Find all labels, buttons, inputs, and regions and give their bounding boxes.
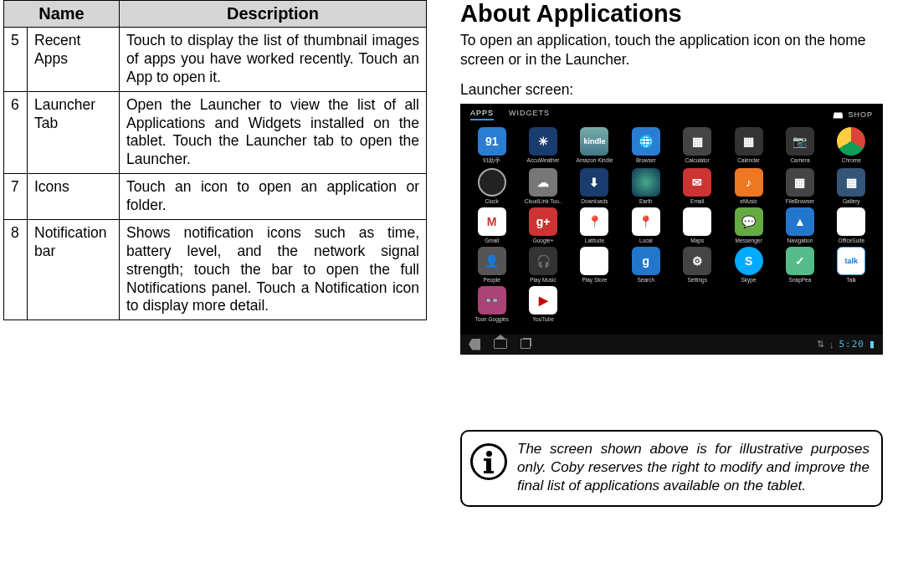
app-icon: 91 (478, 127, 506, 156)
app-label: Calculator (685, 157, 710, 163)
app-label: Chrome (842, 157, 861, 163)
app-item[interactable]: ▦FileBrowser (775, 168, 824, 204)
app-label: 91助手 (483, 157, 500, 165)
app-item[interactable]: gSearch (621, 247, 670, 283)
app-label: Gallery (843, 198, 860, 204)
app-item[interactable]: ▲Navigation (775, 207, 824, 243)
shop-icon (833, 110, 843, 119)
app-icon: ▲ (786, 207, 814, 236)
app-item[interactable]: ▶Play Store (570, 247, 619, 283)
app-item[interactable]: g+Google+ (518, 207, 567, 243)
app-icon: S (735, 247, 763, 275)
app-item[interactable]: ♪eMusic (724, 168, 773, 204)
app-label: Camera (790, 157, 809, 163)
home-icon[interactable] (494, 339, 507, 349)
col-desc-header: Description (120, 1, 427, 28)
recent-icon[interactable] (521, 339, 531, 349)
app-icon: 👤 (478, 247, 506, 275)
app-label: Settings (687, 277, 707, 283)
app-item[interactable]: SSkype (724, 247, 773, 283)
app-item[interactable]: 9191助手 (467, 127, 516, 165)
app-icon: ☁ (529, 168, 557, 197)
row-desc: Open the Launcher to view the list of al… (120, 91, 427, 174)
info-icon (470, 443, 507, 480)
subhead-text: Launcher screen: (460, 81, 905, 99)
app-label: Skype (741, 277, 757, 283)
note-box: The screen shown above is for illustrati… (460, 430, 883, 507)
app-icon (632, 168, 660, 197)
app-item[interactable]: ▶YouTube (518, 286, 567, 322)
app-label: Calendar (737, 157, 759, 163)
app-label: Amazon Kindle (577, 157, 613, 163)
app-label: Earth (639, 198, 653, 204)
app-item[interactable]: 🗺Maps (673, 207, 722, 243)
app-label: Browser (636, 157, 656, 163)
app-label: People (484, 277, 500, 283)
app-item[interactable]: ☀AccuWeather (518, 127, 567, 165)
app-item[interactable]: kindleAmazon Kindle (570, 127, 619, 165)
app-item[interactable]: ▦Calculator (673, 127, 722, 165)
app-item[interactable]: 🎧Play Music (518, 247, 567, 283)
shop-button[interactable]: SHOP (833, 110, 873, 119)
app-icon: ✉ (683, 168, 711, 197)
app-icon: ▦ (735, 127, 763, 156)
note-text: The screen shown above is for illustrati… (517, 440, 869, 495)
app-item[interactable]: ▦Gallery (827, 168, 876, 204)
app-item[interactable]: ▥OfficeSuite (827, 207, 876, 243)
shop-label: SHOP (848, 110, 873, 119)
app-item[interactable]: 👤People (467, 247, 516, 283)
tab-widgets[interactable]: WIDGETS (509, 109, 550, 120)
system-navbar: ⇅ ↓ 5:20 ▮ (460, 335, 883, 355)
back-icon[interactable] (469, 339, 480, 350)
app-item[interactable]: ☁CloudLink Too.. (518, 168, 567, 204)
row-num: 6 (4, 91, 28, 174)
app-item[interactable]: Clock (467, 168, 516, 204)
row-num: 8 (4, 219, 28, 320)
app-item[interactable]: 📍Local (621, 207, 670, 243)
app-label: Maps (690, 238, 704, 243)
app-icon: 📷 (786, 127, 814, 156)
row-desc: Shows notification icons such as time, b… (120, 219, 427, 320)
app-label: Play Store (582, 277, 607, 283)
app-label: Search (638, 277, 655, 283)
app-icon: 📍 (632, 207, 660, 236)
app-item[interactable]: 💬Messenger (724, 207, 773, 243)
app-label: SnapPea (789, 277, 812, 283)
table-row: 8 Notification bar Shows notification ic… (4, 219, 427, 320)
app-label: eMusic (740, 198, 757, 204)
app-item[interactable]: talkTalk (827, 247, 876, 283)
row-desc: Touch an icon to open an application or … (120, 174, 427, 220)
app-item[interactable]: 📍Latitude (570, 207, 619, 243)
app-icon (478, 168, 506, 197)
download-icon: ↓ (829, 340, 834, 350)
app-label: OfficeSuite (838, 238, 864, 243)
row-num: 5 (4, 28, 28, 92)
app-item[interactable]: ⬇Downloads (570, 168, 619, 204)
app-grid: 9191助手☀AccuWeatherkindleAmazon Kindle🌐Br… (460, 124, 883, 322)
row-name: Notification bar (28, 219, 120, 320)
app-icon: g+ (529, 207, 557, 236)
app-item[interactable]: ▦Calendar (724, 127, 773, 165)
tab-apps[interactable]: APPS (470, 109, 494, 120)
app-item[interactable]: Chrome (827, 127, 876, 165)
clock-text: 5:20 (839, 339, 865, 350)
app-icon: ▥ (837, 207, 865, 236)
row-name: Launcher Tab (28, 91, 120, 174)
app-label: Navigation (787, 238, 813, 243)
app-item[interactable]: ✓SnapPea (775, 247, 824, 283)
app-item[interactable]: 👓Toon Goggles (467, 286, 516, 322)
app-label: YouTube (532, 316, 554, 322)
page-title: About Applications (460, 0, 905, 28)
app-label: CloudLink Too.. (525, 198, 562, 204)
app-item[interactable]: 🌐Browser (621, 127, 670, 165)
app-item[interactable]: 📷Camera (775, 127, 824, 165)
app-item[interactable]: ⚙Settings (673, 247, 722, 283)
row-desc: Touch to display the list of thumbnail i… (120, 28, 427, 92)
app-icon: ▦ (786, 168, 814, 197)
app-item[interactable]: MGmail (467, 207, 516, 243)
app-label: Latitude (585, 238, 604, 243)
app-item[interactable]: ✉Email (673, 168, 722, 204)
app-label: Email (690, 198, 704, 204)
app-item[interactable]: Earth (621, 168, 670, 204)
table-row: 5 Recent Apps Touch to display the list … (4, 28, 427, 92)
